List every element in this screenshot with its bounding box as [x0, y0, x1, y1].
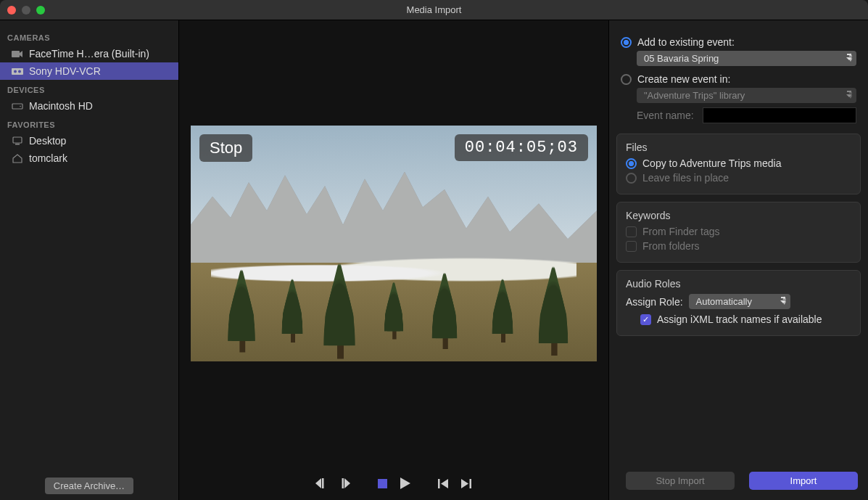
sidebar-item-facetime[interactable]: FaceTime H…era (Built-in): [0, 45, 178, 62]
create-new-label: Create new event in:: [637, 73, 730, 85]
svg-point-5: [20, 105, 21, 107]
desktop-icon: [12, 136, 23, 145]
import-button[interactable]: Import: [749, 472, 858, 490]
svg-rect-11: [438, 479, 440, 488]
window-controls: [7, 6, 45, 15]
audio-roles-header: Audio Roles: [626, 278, 851, 290]
drive-icon: [12, 102, 23, 110]
svg-point-2: [14, 70, 17, 73]
svg-rect-12: [470, 479, 472, 488]
titlebar: Media Import: [0, 0, 868, 20]
assign-role-label: Assign Role:: [626, 296, 683, 308]
ixml-checkbox[interactable]: ✓: [640, 314, 651, 325]
prev-button[interactable]: [437, 477, 450, 490]
sidebar-header-favorites: FAVORITES: [0, 115, 178, 132]
window-title: Media Import: [407, 4, 462, 15]
sidebar-item-label: Desktop: [29, 135, 66, 147]
svg-rect-7: [15, 144, 20, 145]
sidebar-item-home[interactable]: tomclark: [0, 149, 178, 167]
sidebar-item-label: FaceTime H…era (Built-in): [29, 48, 149, 60]
ixml-label: Assign iXML track names if available: [657, 313, 822, 325]
fast-forward-button[interactable]: [338, 477, 351, 490]
finder-tags-label: From Finder tags: [642, 226, 720, 237]
preview-area: Stop 00:04:05;03: [179, 20, 608, 500]
keywords-panel: Keywords From Finder tags From folders: [616, 202, 861, 263]
svg-point-3: [18, 70, 21, 73]
transport-controls: [179, 467, 608, 500]
minimize-window-button[interactable]: [22, 6, 30, 15]
leave-files-label: Leave files in place: [642, 172, 729, 184]
files-header: Files: [626, 142, 851, 153]
close-window-button[interactable]: [7, 6, 16, 15]
tape-icon: [12, 67, 23, 75]
create-new-library-select: "Adventure Trips" library▲▼: [637, 88, 856, 103]
stop-import-button[interactable]: Stop Import: [626, 472, 735, 490]
video-preview: Stop 00:04:05;03: [191, 126, 597, 361]
add-existing-radio[interactable]: [621, 37, 632, 48]
sidebar-item-label: Macintosh HD: [29, 100, 93, 112]
event-name-input: [703, 107, 856, 123]
leave-files-radio: [626, 173, 637, 184]
sidebar-item-label: tomclark: [29, 152, 67, 164]
timecode-display: 00:04:05;03: [455, 134, 588, 161]
audio-roles-panel: Audio Roles Assign Role: Automatically▲▼…: [616, 270, 861, 336]
event-name-label: Event name:: [637, 110, 694, 121]
copy-media-label: Copy to Adventure Trips media: [642, 157, 781, 169]
sidebar-item-label: Sony HDV-VCR: [29, 65, 101, 77]
svg-rect-9: [342, 478, 344, 488]
next-button[interactable]: [460, 477, 473, 490]
svg-rect-6: [13, 137, 22, 143]
assign-role-select[interactable]: Automatically▲▼: [689, 294, 790, 309]
sidebar-item-desktop[interactable]: Desktop: [0, 132, 178, 149]
svg-rect-10: [378, 479, 387, 488]
keywords-header: Keywords: [626, 210, 851, 221]
from-folders-checkbox: [626, 241, 637, 252]
existing-event-select[interactable]: 05 Bavaria Spring▲▼: [637, 51, 856, 66]
sidebar-header-cameras: CAMERAS: [0, 28, 178, 45]
sidebar-header-devices: DEVICES: [0, 80, 178, 97]
create-archive-button[interactable]: Create Archive…: [45, 478, 133, 494]
finder-tags-checkbox: [626, 226, 637, 237]
sidebar-item-macintosh-hd[interactable]: Macintosh HD: [0, 97, 178, 115]
zoom-window-button[interactable]: [36, 6, 45, 15]
import-options: Add to existing event: 05 Bavaria Spring…: [608, 20, 868, 500]
playback-status-badge: Stop: [199, 134, 252, 162]
files-panel: Files Copy to Adventure Trips media Leav…: [616, 134, 861, 194]
stop-button[interactable]: [376, 477, 389, 490]
from-folders-label: From folders: [642, 240, 700, 252]
play-button[interactable]: [399, 477, 412, 490]
source-sidebar: CAMERAS FaceTime H…era (Built-in) Sony H…: [0, 20, 179, 500]
home-icon: [12, 154, 23, 163]
camera-icon: [12, 49, 23, 58]
svg-rect-4: [12, 104, 22, 109]
svg-rect-8: [322, 478, 324, 488]
create-new-radio[interactable]: [621, 74, 632, 85]
rewind-button[interactable]: [315, 477, 328, 490]
sidebar-item-sony-hdv[interactable]: Sony HDV-VCR: [0, 62, 178, 80]
add-existing-label: Add to existing event:: [637, 36, 735, 48]
svg-rect-1: [12, 68, 23, 75]
svg-rect-0: [12, 51, 20, 57]
copy-media-radio[interactable]: [626, 158, 637, 169]
